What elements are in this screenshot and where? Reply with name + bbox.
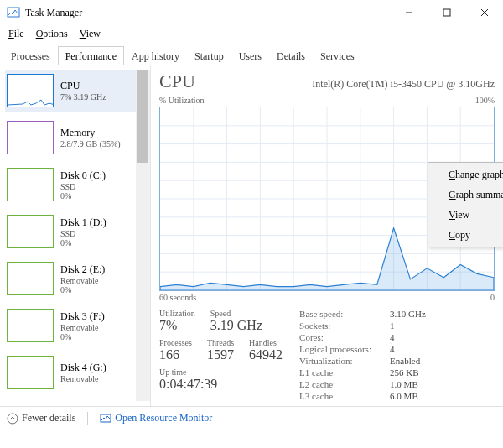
sidebar-sub: Removable xyxy=(60,276,105,285)
ctx-copy[interactable]: CopyCtrl+C xyxy=(430,225,503,245)
sidebar-sub: SSD xyxy=(60,182,106,191)
menubar: File Options View xyxy=(0,25,503,42)
ctx-change-graph[interactable]: Change graph to▶ xyxy=(430,164,503,185)
fact-v: Enabled xyxy=(390,356,420,366)
footer: Fewer details Open Resource Monitor xyxy=(0,406,503,430)
sidebar-item-disk1[interactable]: Disk 1 (D:) SSD 0% xyxy=(5,211,147,253)
tabstrip: Processes Performance App history Startu… xyxy=(0,42,503,65)
sidebar-scrollbar[interactable] xyxy=(136,70,150,401)
lbl-handles: Handles xyxy=(249,338,283,347)
fact-k: Virtualization: xyxy=(299,356,383,366)
fact-k: L3 cache: xyxy=(299,391,383,401)
sidebar-label: Disk 2 (E:) xyxy=(60,263,105,276)
val-utilization: 7% xyxy=(159,318,195,333)
val-threads: 1597 xyxy=(207,347,234,362)
tab-details[interactable]: Details xyxy=(269,46,313,65)
chevron-up-circle-icon xyxy=(7,413,18,425)
open-resource-monitor-link[interactable]: Open Resource Monitor xyxy=(100,412,212,425)
menu-file[interactable]: File xyxy=(3,26,29,42)
sidebar-sub2: 0% xyxy=(60,285,105,294)
fact-k: Cores: xyxy=(299,332,383,342)
disk-thumb xyxy=(7,309,54,342)
sidebar-item-disk2[interactable]: Disk 2 (E:) Removable 0% xyxy=(5,258,147,300)
scrollbar-thumb[interactable] xyxy=(137,70,148,163)
disk-thumb xyxy=(7,215,54,248)
graph-ymax: 100% xyxy=(475,96,495,105)
fact-v: 4 xyxy=(390,332,395,342)
sidebar-sub: SSD xyxy=(60,229,106,238)
resource-monitor-icon xyxy=(100,413,111,425)
svg-point-23 xyxy=(8,414,18,424)
lbl-speed: Speed xyxy=(210,309,262,318)
sidebar-sub: Removable xyxy=(60,374,106,383)
ctx-graph-summary[interactable]: Graph summary view xyxy=(430,185,503,205)
fact-v: 4 xyxy=(390,344,395,354)
footer-separator xyxy=(87,412,88,425)
window-title: Task Manager xyxy=(25,7,82,19)
sidebar-label: Memory xyxy=(60,127,121,139)
graph-xright: 0 xyxy=(490,293,495,302)
fact-v: 256 KB xyxy=(390,367,419,378)
tab-users[interactable]: Users xyxy=(231,46,269,65)
lbl-processes: Processes xyxy=(159,338,192,347)
menu-view[interactable]: View xyxy=(75,26,106,42)
maximize-button[interactable] xyxy=(428,0,465,25)
sidebar-sub: 7% 3.19 GHz xyxy=(60,92,106,102)
disk-thumb xyxy=(7,262,54,295)
sidebar-label: Disk 1 (D:) xyxy=(60,216,106,229)
close-button[interactable] xyxy=(465,0,503,25)
tab-startup[interactable]: Startup xyxy=(187,46,231,65)
sidebar-item-disk3[interactable]: Disk 3 (F:) Removable 0% xyxy=(5,305,147,347)
sidebar-item-cpu[interactable]: CPU 7% 3.19 GHz xyxy=(5,70,147,112)
sidebar-item-disk4[interactable]: Disk 4 (G:) Removable xyxy=(5,352,147,394)
tab-app-history[interactable]: App history xyxy=(124,46,187,65)
sidebar-label: CPU xyxy=(60,80,106,92)
sidebar-label: Disk 0 (C:) xyxy=(60,169,106,182)
fact-k: L1 cache: xyxy=(299,367,383,378)
val-processes: 166 xyxy=(159,347,192,362)
menu-options[interactable]: Options xyxy=(31,26,73,42)
sidebar-label: Disk 3 (F:) xyxy=(60,310,105,323)
memory-thumb xyxy=(7,121,54,154)
fact-v: 6.0 MB xyxy=(390,391,418,401)
sidebar-item-memory[interactable]: Memory 2.8/7.9 GB (35%) xyxy=(5,117,147,159)
graph-xleft: 60 seconds xyxy=(159,293,196,302)
cpu-model: Intel(R) Core(TM) i5-3450 CPU @ 3.10GHz xyxy=(312,78,495,91)
fact-k: Base speed: xyxy=(299,309,383,319)
disk-thumb xyxy=(7,356,54,389)
disk-thumb xyxy=(7,168,54,201)
task-manager-window: Task Manager File Options View Processes… xyxy=(0,0,503,430)
graph-ylabel: % Utilization xyxy=(159,96,205,105)
sidebar-sub2: 0% xyxy=(60,332,105,341)
sidebar-sub: Removable xyxy=(60,323,105,332)
fewer-details-label: Fewer details xyxy=(22,412,75,425)
content: CPU 7% 3.19 GHz Memory 2.8/7.9 GB (35%) … xyxy=(0,65,503,406)
val-uptime: 0:04:47:39 xyxy=(159,377,283,392)
tab-performance[interactable]: Performance xyxy=(58,46,124,65)
sidebar-sub2: 0% xyxy=(60,191,106,201)
fewer-details-link[interactable]: Fewer details xyxy=(7,412,75,425)
val-handles: 64942 xyxy=(249,347,283,362)
stats: Utilization7% Speed3.19 GHz Processes166… xyxy=(159,309,495,401)
app-icon xyxy=(7,6,20,19)
tab-services[interactable]: Services xyxy=(313,46,362,65)
panel-title: CPU xyxy=(159,70,195,92)
lbl-threads: Threads xyxy=(207,338,234,347)
titlebar[interactable]: Task Manager xyxy=(0,0,503,25)
sidebar-sub2: 0% xyxy=(60,238,106,247)
minimize-button[interactable] xyxy=(390,0,428,25)
main-panel: CPU Intel(R) Core(TM) i5-3450 CPU @ 3.10… xyxy=(151,65,503,406)
context-menu: Change graph to▶ Graph summary view View… xyxy=(428,162,503,247)
sidebar-item-disk0[interactable]: Disk 0 (C:) SSD 0% xyxy=(5,164,147,206)
sidebar-sub: 2.8/7.9 GB (35%) xyxy=(60,139,121,148)
cpu-thumb xyxy=(7,74,54,107)
sidebar: CPU 7% 3.19 GHz Memory 2.8/7.9 GB (35%) … xyxy=(0,65,151,406)
tab-processes[interactable]: Processes xyxy=(3,46,58,65)
lbl-uptime: Up time xyxy=(159,367,283,377)
open-resource-monitor-label: Open Resource Monitor xyxy=(115,412,212,425)
svg-rect-2 xyxy=(443,9,450,16)
fact-v: 1 xyxy=(390,320,395,331)
sidebar-label: Disk 4 (G:) xyxy=(60,362,106,374)
fact-k: Logical processors: xyxy=(299,344,383,354)
ctx-view[interactable]: View▶ xyxy=(430,205,503,225)
